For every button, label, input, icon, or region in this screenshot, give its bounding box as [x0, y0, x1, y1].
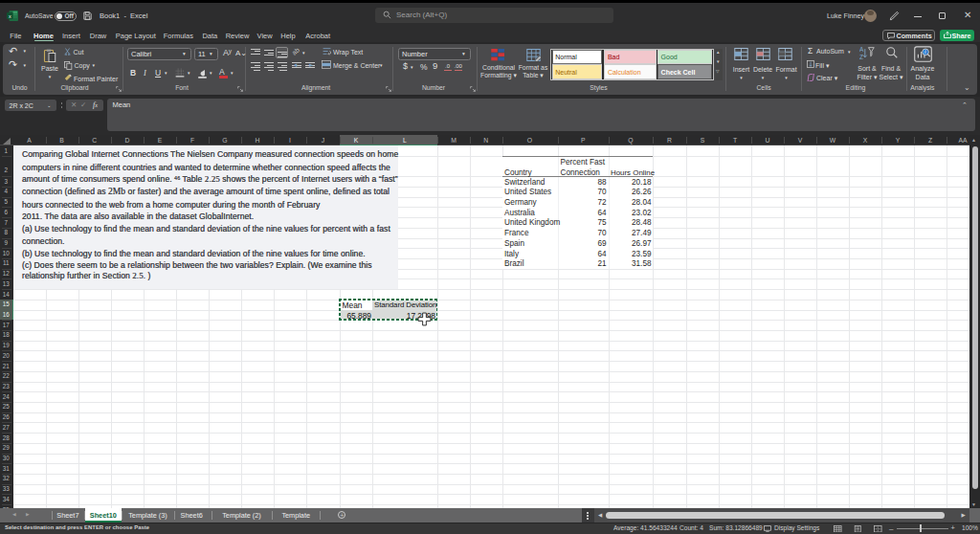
svg-text:A: A [859, 46, 864, 53]
svg-text:Z: Z [859, 54, 863, 60]
svg-text:x: x [9, 13, 11, 19]
